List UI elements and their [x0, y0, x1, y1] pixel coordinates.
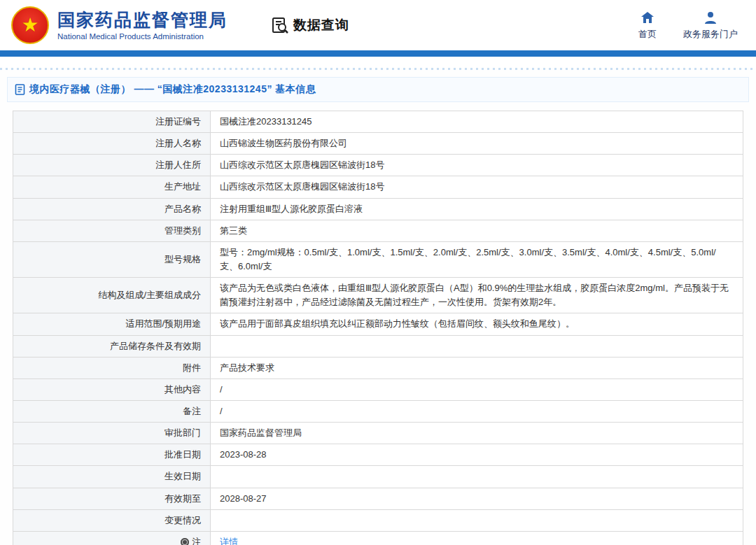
row-label: 有效期至: [13, 488, 211, 509]
row-label: 注册证编号: [13, 111, 211, 133]
row-label: 管理类别: [13, 220, 211, 241]
table-row: 注册人名称山西锦波生物医药股份有限公司: [13, 133, 743, 155]
star-icon: ★: [21, 15, 38, 35]
site-title: 国家药品监督管理局: [57, 10, 227, 30]
row-value: 型号：2mg/ml规格：0.5ml/支、1.0ml/支、1.5ml/支、2.0m…: [211, 241, 743, 277]
row-label: 注册人住所: [13, 155, 211, 176]
table-row: 注册证编号国械注准20233131245: [13, 111, 743, 133]
row-label: 变更情况: [13, 509, 211, 531]
nav-data-query[interactable]: 数据查询: [271, 16, 349, 34]
row-label: 适用范围/预期用途: [13, 313, 211, 335]
site-header: ★ 国家药品监督管理局 National Medical Products Ad…: [0, 0, 756, 50]
row-value: /: [211, 400, 743, 422]
table-row: 生效日期: [13, 466, 743, 488]
registration-info-table: 注册证编号国械注准20233131245注册人名称山西锦波生物医药股份有限公司注…: [13, 111, 743, 545]
note-icon: [181, 538, 189, 545]
table-row: 产品储存条件及有效期: [13, 335, 743, 357]
row-value: 该产品为无色或类白色液体，由重组Ⅲ型人源化胶原蛋白（A型）和0.9%的生理盐水组…: [211, 278, 743, 313]
table-row: 产品名称注射用重组Ⅲ型人源化胶原蛋白溶液: [13, 198, 743, 220]
home-icon: [640, 10, 654, 24]
row-value: 注射用重组Ⅲ型人源化胶原蛋白溶液: [211, 198, 743, 220]
main-content: 境内医疗器械（注册） —— “国械注准20233131245” 基本信息 注册证…: [0, 68, 756, 545]
row-value: 第三类: [211, 220, 743, 241]
user-icon: [704, 10, 718, 24]
page-title: 境内医疗器械（注册） —— “国械注准20233131245” 基本信息: [29, 83, 316, 96]
row-label: 注册人名称: [13, 133, 211, 155]
nav-portal[interactable]: 政务服务门户: [683, 10, 738, 41]
row-value: 山西综改示范区太原唐槐园区锦波街18号: [211, 155, 743, 176]
table-row: 其他内容/: [13, 378, 743, 400]
detail-link[interactable]: 详情: [220, 537, 238, 545]
nav-home-label: 首页: [638, 28, 657, 41]
row-value: [211, 466, 743, 488]
row-label: 生产地址: [13, 176, 211, 198]
document-icon: [15, 84, 25, 95]
row-label: 附件: [13, 357, 211, 378]
table-row: 生产地址山西综改示范区太原唐槐园区锦波街18号: [13, 176, 743, 198]
table-row: 型号规格型号：2mg/ml规格：0.5ml/支、1.0ml/支、1.5ml/支、…: [13, 241, 743, 277]
table-row: 附件产品技术要求: [13, 357, 743, 378]
row-label: 型号规格: [13, 241, 211, 277]
row-label: 注: [13, 531, 211, 545]
row-value: 2023-08-28: [211, 444, 743, 466]
row-value: 山西锦波生物医药股份有限公司: [211, 133, 743, 155]
table-row: 注详情: [13, 531, 743, 545]
row-value: [211, 335, 743, 357]
row-label: 备注: [13, 400, 211, 422]
national-emblem-logo: ★: [11, 6, 49, 44]
row-value: 山西综改示范区太原唐槐园区锦波街18号: [211, 176, 743, 198]
row-label: 结构及组成/主要组成成分: [13, 278, 211, 313]
breadcrumb: 境内医疗器械（注册） —— “国械注准20233131245” 基本信息: [7, 77, 749, 102]
table-row: 审批部门国家药品监督管理局: [13, 423, 743, 444]
dotted-divider-top: [0, 68, 756, 70]
row-value: 详情: [211, 531, 743, 545]
table-row: 结构及组成/主要组成成分该产品为无色或类白色液体，由重组Ⅲ型人源化胶原蛋白（A型…: [13, 278, 743, 313]
header-accent-bar: [0, 50, 756, 57]
table-row: 批准日期2023-08-28: [13, 444, 743, 466]
table-row: 有效期至2028-08-27: [13, 488, 743, 509]
site-subtitle: National Medical Products Administration: [57, 32, 227, 41]
row-value: 该产品用于面部真皮组织填充以纠正额部动力性皱纹（包括眉间纹、额头纹和鱼尾纹）。: [211, 313, 743, 335]
site-titles: 国家药品监督管理局 National Medical Products Admi…: [57, 10, 227, 41]
nav-home[interactable]: 首页: [638, 10, 657, 41]
row-value: 产品技术要求: [211, 357, 743, 378]
row-value: 国械注准20233131245: [211, 111, 743, 133]
row-label: 产品储存条件及有效期: [13, 335, 211, 357]
header-nav: 首页 政务服务门户: [638, 10, 738, 41]
row-label: 审批部门: [13, 423, 211, 444]
table-row: 变更情况: [13, 509, 743, 531]
row-label: 批准日期: [13, 444, 211, 466]
row-value: [211, 509, 743, 531]
table-row: 管理类别第三类: [13, 220, 743, 241]
row-label: 其他内容: [13, 378, 211, 400]
table-row: 备注/: [13, 400, 743, 422]
data-query-icon: [271, 16, 289, 34]
row-value: 2028-08-27: [211, 488, 743, 509]
row-value: 国家药品监督管理局: [211, 423, 743, 444]
data-query-label: 数据查询: [293, 16, 349, 34]
table-row: 适用范围/预期用途该产品用于面部真皮组织填充以纠正额部动力性皱纹（包括眉间纹、额…: [13, 313, 743, 335]
row-label: 产品名称: [13, 198, 211, 220]
table-row: 注册人住所山西综改示范区太原唐槐园区锦波街18号: [13, 155, 743, 176]
nav-portal-label: 政务服务门户: [683, 28, 738, 41]
row-label: 生效日期: [13, 466, 211, 488]
row-value: /: [211, 378, 743, 400]
